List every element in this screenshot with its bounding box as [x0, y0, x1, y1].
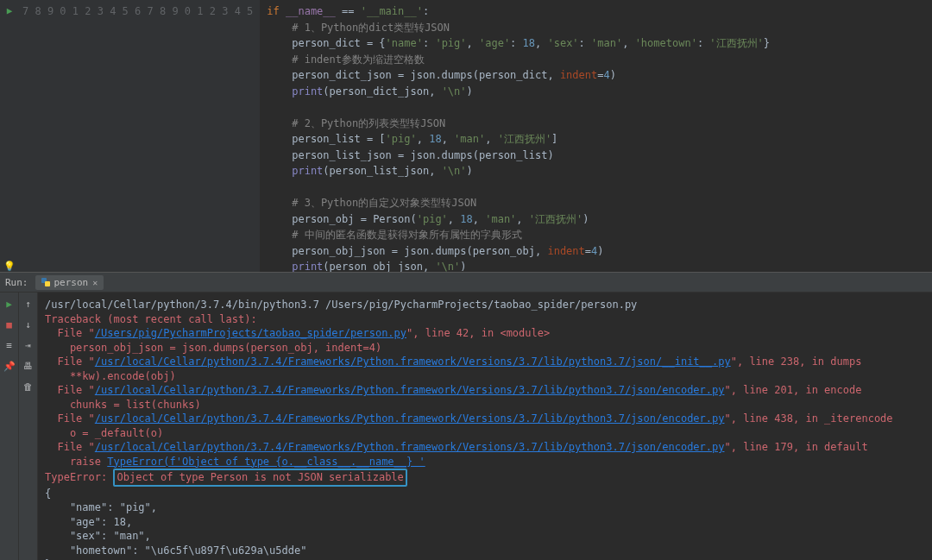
console-line: "age": 18, — [45, 515, 925, 530]
code-line[interactable]: # 3、Python的自定义对象类型转JSON — [267, 195, 932, 211]
stack-trace-link[interactable]: /usr/local/Cellar/python/3.7.4/Framework… — [95, 356, 731, 368]
wrap-icon[interactable]: ⇥ — [22, 339, 35, 351]
close-icon[interactable]: ✕ — [92, 278, 98, 287]
print-icon[interactable]: 🖶 — [22, 360, 35, 372]
stack-trace-link[interactable]: /usr/local/Cellar/python/3.7.4/Framework… — [95, 441, 725, 453]
run-toolbar-secondary: ↑ ↓ ⇥ 🖶 🗑 — [19, 293, 38, 560]
run-panel-label: Run: — [5, 277, 28, 288]
console-line: "sex": "man", — [45, 529, 925, 544]
console-line: o = _default(o) — [45, 426, 925, 441]
run-gutter-icon[interactable]: ▶ — [0, 3, 19, 20]
code-line[interactable]: print(person_obj_json, '\n') — [267, 259, 932, 272]
editor-line-numbers: 7 8 9 0 1 2 3 4 5 6 7 8 9 0 1 2 3 4 5 — [19, 0, 260, 272]
console-line: **kw).encode(obj) — [45, 369, 925, 384]
console-line: "hometown": "\u6c5f\u897f\u629a\u5dde" — [45, 544, 925, 558]
console-line: TypeError: Object of type Person is not … — [45, 469, 925, 487]
code-line[interactable]: # 2、Python的列表类型转JSON — [267, 116, 932, 132]
editor-gutter-icons: ▶💡 — [0, 0, 19, 272]
console-line: person_obj_json = json.dumps(person_obj,… — [45, 341, 925, 356]
console-output[interactable]: /usr/local/Cellar/python/3.7.4/bin/pytho… — [38, 293, 932, 560]
console-line: chunks = list(chunks) — [45, 398, 925, 412]
console-line: Traceback (most recent call last): — [45, 312, 925, 327]
code-line[interactable]: # 中间的匿名函数是获得对象所有属性的字典形式 — [267, 227, 932, 243]
console-line: /usr/local/Cellar/python/3.7.4/bin/pytho… — [45, 298, 925, 312]
editor-code[interactable]: if __name__ == '__main__': # 1、Python的di… — [260, 0, 932, 272]
run-tab[interactable]: person ✕ — [35, 275, 104, 290]
code-line[interactable] — [267, 99, 932, 116]
code-line[interactable]: person_list = ['pig', 18, 'man', '江西抚州'] — [267, 131, 932, 148]
code-line[interactable]: person_obj_json = json.dumps(person_obj,… — [267, 243, 932, 260]
run-toolbar-primary: ▶ ■ ≡ 📌 — [0, 293, 19, 560]
console-line: File "/usr/local/Cellar/python/3.7.4/Fra… — [45, 355, 925, 369]
code-line[interactable]: person_dict_json = json.dumps(person_dic… — [267, 67, 932, 84]
console-line: { — [45, 487, 925, 501]
python-file-icon — [41, 278, 50, 286]
stack-trace-link[interactable]: /usr/local/Cellar/python/3.7.4/Framework… — [95, 384, 725, 396]
console-line: File "/usr/local/Cellar/python/3.7.4/Fra… — [45, 383, 925, 398]
code-line[interactable]: if __name__ == '__main__': — [267, 3, 932, 20]
console-line: "name": "pig", — [45, 500, 925, 515]
rerun-icon[interactable]: ▶ — [3, 298, 16, 310]
code-line[interactable]: # 1、Python的dict类型转JSON — [267, 20, 932, 36]
editor-pane: ▶💡 7 8 9 0 1 2 3 4 5 6 7 8 9 0 1 2 3 4 5… — [0, 0, 932, 272]
layout-icon[interactable]: ≡ — [3, 339, 16, 351]
code-line[interactable] — [267, 179, 932, 196]
console-line: raise TypeError(f'Object of type {o.__cl… — [45, 455, 925, 469]
code-line[interactable]: person_dict = {'name': 'pig', 'age': 18,… — [267, 35, 932, 52]
stack-trace-link[interactable]: /usr/local/Cellar/python/3.7.4/Framework… — [95, 412, 725, 425]
stop-icon[interactable]: ■ — [3, 318, 16, 330]
run-panel-body: ▶ ■ ≡ 📌 ↑ ↓ ⇥ 🖶 🗑 /usr/local/Cellar/pyth… — [0, 293, 932, 560]
console-line: File "/Users/pig/PycharmProjects/taobao_… — [45, 326, 925, 341]
console-line: File "/usr/local/Cellar/python/3.7.4/Fra… — [45, 412, 925, 426]
down-icon[interactable]: ↓ — [22, 318, 35, 330]
code-line[interactable]: person_list_json = json.dumps(person_lis… — [267, 148, 932, 164]
code-line[interactable]: print(person_dict_json, '\n') — [267, 84, 932, 100]
pin-icon[interactable]: 📌 — [3, 360, 16, 372]
run-tab-name: person — [54, 277, 89, 288]
stack-trace-link[interactable]: /Users/pig/PycharmProjects/taobao_spider… — [95, 327, 406, 339]
up-icon[interactable]: ↑ — [22, 298, 35, 310]
code-line[interactable]: print(person_list_json, '\n') — [267, 163, 932, 179]
code-line[interactable]: # indent参数为缩进空格数 — [267, 52, 932, 68]
code-line[interactable]: person_obj = Person('pig', 18, 'man', '江… — [267, 211, 932, 228]
run-panel-header: Run: person ✕ — [0, 272, 932, 293]
trash-icon[interactable]: 🗑 — [22, 381, 35, 393]
stack-trace-link[interactable]: TypeError(f'Object of type {o.__class__.… — [107, 456, 425, 468]
console-line: File "/usr/local/Cellar/python/3.7.4/Fra… — [45, 440, 925, 455]
intention-bulb-icon[interactable]: 💡 — [0, 259, 19, 272]
